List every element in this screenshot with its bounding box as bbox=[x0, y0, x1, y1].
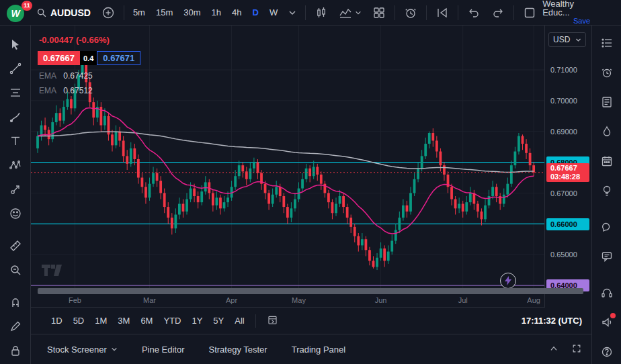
price-tick: 0.69000 bbox=[550, 127, 577, 136]
symbol-search-button[interactable]: AUDUSD bbox=[31, 3, 95, 22]
cursor-tool-button[interactable] bbox=[3, 32, 28, 56]
zoom-tool-button[interactable] bbox=[3, 258, 28, 282]
range-1m[interactable]: 1M bbox=[89, 314, 112, 328]
toolbar-divider bbox=[513, 5, 514, 20]
ideas-button[interactable] bbox=[595, 176, 619, 206]
support-button[interactable] bbox=[595, 278, 619, 308]
trading-panel-tab[interactable]: Trading Panel bbox=[292, 345, 345, 355]
right-sidebar bbox=[591, 26, 621, 364]
xabcd-pattern-tool-button[interactable] bbox=[3, 153, 28, 177]
brush-tool-button[interactable] bbox=[3, 105, 28, 129]
undo-arrow-icon bbox=[467, 6, 481, 19]
news-button[interactable] bbox=[595, 87, 619, 117]
help-button[interactable] bbox=[595, 337, 619, 364]
calendar-button[interactable] bbox=[595, 146, 619, 176]
layout-title[interactable]: Wealthy Educ... bbox=[542, 0, 590, 17]
draw-tool-button[interactable] bbox=[3, 314, 28, 338]
pane-resize-handle[interactable] bbox=[38, 288, 583, 294]
chevron-down-icon bbox=[111, 346, 118, 353]
trade-widget: 0.67667 0.4 0.67671 bbox=[38, 51, 140, 65]
text-tool-button[interactable] bbox=[3, 129, 28, 153]
indicators-button[interactable] bbox=[334, 3, 366, 22]
top-toolbar: W 11 AUDUSD 5m 15m 30m 1h 4h D W bbox=[0, 0, 621, 26]
expand-panel-button[interactable] bbox=[548, 343, 559, 356]
measure-tool-button[interactable] bbox=[3, 234, 28, 258]
tradingview-watermark-icon bbox=[42, 262, 66, 279]
fullscreen-button[interactable] bbox=[571, 343, 582, 356]
toolbar-divider bbox=[305, 5, 306, 20]
timeframe-15m[interactable]: 15m bbox=[151, 3, 177, 22]
chart-style-button[interactable] bbox=[310, 3, 333, 22]
timeframe-1d[interactable]: D bbox=[247, 3, 263, 22]
indicator-value: 0.67425 bbox=[63, 71, 92, 81]
save-button[interactable]: Save bbox=[573, 17, 590, 26]
timeframe-1h[interactable]: 1h bbox=[207, 3, 226, 22]
fib-retracement-tool-button[interactable] bbox=[3, 81, 28, 105]
undo-button[interactable] bbox=[462, 3, 485, 22]
buy-button[interactable]: 0.67671 bbox=[97, 51, 140, 65]
lock-tool-button[interactable] bbox=[3, 338, 28, 363]
toolbar-divider bbox=[124, 5, 124, 20]
go-to-date-button[interactable] bbox=[261, 312, 284, 330]
trading-panel-label: Trading Panel bbox=[292, 345, 345, 355]
chart-region: -0.00447 (-0.66%) 0.67667 0.4 0.67671 EM… bbox=[31, 26, 591, 364]
range-all[interactable]: All bbox=[229, 314, 249, 328]
price-tick: 0.65000 bbox=[550, 250, 577, 259]
stock-screener-tab[interactable]: Stock Screener bbox=[47, 345, 118, 355]
timeframe-5m[interactable]: 5m bbox=[128, 3, 150, 22]
chart-plot: -0.00447 (-0.66%) 0.67667 0.4 0.67671 EM… bbox=[31, 26, 544, 289]
redo-button[interactable] bbox=[487, 3, 509, 22]
watchlist-button[interactable] bbox=[595, 28, 619, 58]
comments-button[interactable] bbox=[595, 242, 619, 271]
price-tick: 0.70000 bbox=[550, 96, 577, 105]
compare-add-button[interactable] bbox=[97, 3, 120, 22]
notifications-button[interactable] bbox=[595, 308, 619, 337]
quick-action-button[interactable] bbox=[500, 273, 516, 289]
hotlists-button[interactable] bbox=[595, 117, 619, 146]
timeframe-1w[interactable]: W bbox=[265, 3, 282, 22]
drawing-toolbar bbox=[0, 26, 31, 364]
search-icon bbox=[36, 7, 48, 19]
bar-countdown: 03:48:28 bbox=[550, 173, 589, 181]
timeframe-30m[interactable]: 30m bbox=[179, 3, 205, 22]
trend-line-tool-button[interactable] bbox=[3, 56, 28, 81]
month-tick: May bbox=[290, 296, 308, 304]
timeframe-4h[interactable]: 4h bbox=[227, 3, 246, 22]
alerts-button[interactable] bbox=[595, 58, 619, 87]
emoji-tool-button[interactable] bbox=[3, 201, 28, 226]
account-logo[interactable]: W 11 bbox=[5, 2, 30, 24]
layout-grid-button[interactable] bbox=[368, 3, 390, 22]
sell-button[interactable]: 0.67667 bbox=[38, 51, 80, 65]
forecast-tool-button[interactable] bbox=[3, 177, 28, 201]
month-tick: Mar bbox=[140, 296, 159, 304]
select-layout-button[interactable] bbox=[518, 3, 541, 22]
alert-button[interactable] bbox=[399, 3, 422, 22]
magnet-tool-button[interactable] bbox=[3, 290, 28, 314]
toolbar-divider bbox=[255, 314, 256, 328]
pine-editor-tab[interactable]: Pine Editor bbox=[142, 345, 185, 355]
clock-utc[interactable]: 17:11:32 (UTC) bbox=[522, 316, 582, 326]
range-6m[interactable]: 6M bbox=[135, 314, 158, 328]
timeframe-menu-button[interactable] bbox=[284, 3, 301, 22]
range-5d[interactable]: 5D bbox=[68, 314, 90, 328]
range-ytd[interactable]: YTD bbox=[158, 314, 186, 328]
tradingview-app: W 11 AUDUSD 5m 15m 30m 1h 4h D W bbox=[0, 0, 621, 364]
toolbar-divider bbox=[426, 5, 427, 20]
range-3m[interactable]: 3M bbox=[112, 314, 135, 328]
pine-editor-label: Pine Editor bbox=[142, 345, 185, 355]
range-1y[interactable]: 1Y bbox=[186, 314, 208, 328]
fullscreen-icon bbox=[571, 343, 582, 354]
chat-button[interactable] bbox=[595, 212, 619, 242]
strategy-tester-label: Strategy Tester bbox=[208, 345, 267, 355]
strategy-tester-tab[interactable]: Strategy Tester bbox=[208, 345, 267, 355]
currency-dropdown[interactable]: USD bbox=[548, 32, 586, 47]
currency-label: USD bbox=[553, 35, 570, 44]
range-5y[interactable]: 5Y bbox=[208, 314, 229, 328]
range-1d[interactable]: 1D bbox=[46, 314, 68, 328]
price-axis[interactable]: USD 0.71000 0.70000 0.69000 0.68000 0.67… bbox=[544, 26, 591, 308]
month-tick: Jun bbox=[372, 296, 390, 304]
bar-replay-button[interactable] bbox=[431, 3, 454, 22]
indicator-name: EMA bbox=[39, 86, 56, 95]
grid-layout-icon bbox=[372, 6, 386, 19]
level-label-066: 0.66000 bbox=[546, 218, 589, 230]
